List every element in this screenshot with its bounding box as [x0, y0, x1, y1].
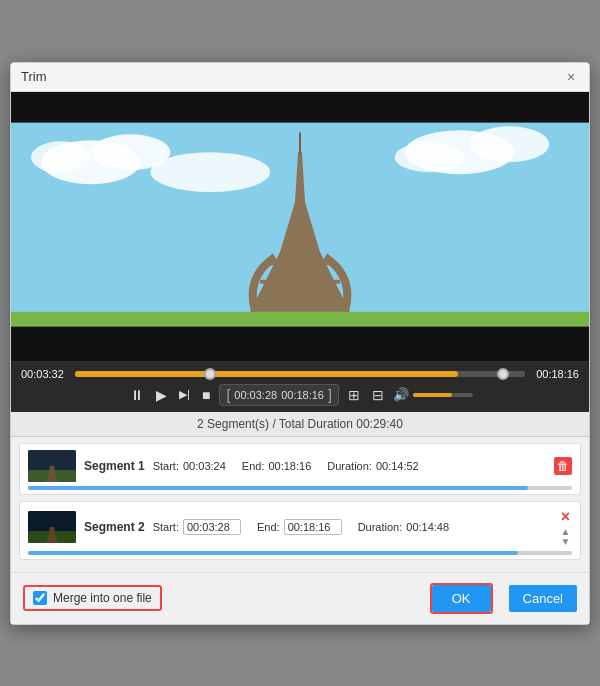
svg-point-8: [395, 142, 465, 172]
volume-control: 🔊: [393, 387, 473, 402]
segment-item-1: Segment 1 Start: 00:03:24 End: 00:18:16 …: [19, 443, 581, 495]
segment-1-duration-value: 00:14:52: [376, 460, 419, 472]
segment-1-delete-button[interactable]: 🗑: [554, 457, 572, 475]
svg-marker-21: [49, 466, 55, 472]
dialog-title: Trim: [21, 69, 47, 84]
svg-rect-17: [11, 326, 589, 361]
crop-icon-button[interactable]: ⊞: [345, 385, 363, 405]
segments-area: Segment 1 Start: 00:03:24 End: 00:18:16 …: [11, 437, 589, 572]
end-time-label: 00:18:16: [531, 368, 579, 380]
end-bracket: ]: [328, 387, 332, 403]
segment-1-duration-field: Duration: 00:14:52: [327, 460, 418, 472]
segment-2-start-field: Start:: [153, 519, 241, 535]
current-time-label: 00:03:32: [21, 368, 69, 380]
segment-2-duration-field: Duration: 00:14:48: [358, 519, 449, 535]
segment-1-progress-bar: [28, 486, 572, 490]
segment-1-start-label: Start:: [153, 460, 179, 472]
segment-summary-bar: 2 Segment(s) / Total Duration 00:29:40: [11, 412, 589, 437]
svg-point-7: [469, 126, 549, 162]
segment-1-start-value: 00:03:24: [183, 460, 226, 472]
svg-rect-13: [299, 132, 301, 154]
stop-button[interactable]: ■: [199, 385, 213, 405]
step-forward-button[interactable]: ▶|: [176, 386, 193, 403]
segment-2-top: Segment 2 Start: End: Duration: 00:14:48: [28, 508, 572, 547]
timeline-track[interactable]: [75, 371, 525, 377]
close-button[interactable]: ×: [563, 69, 579, 85]
segment-1-duration-label: Duration:: [327, 460, 372, 472]
play-button[interactable]: ▶: [153, 385, 170, 405]
segment-2-duration-value: 00:14:48: [406, 521, 449, 533]
time-range-box: [ 00:03:28 00:18:16 ]: [219, 384, 338, 406]
svg-marker-25: [49, 527, 55, 533]
segment-2-label: Segment 2: [84, 520, 145, 534]
segment-2-progress-fill: [28, 551, 518, 555]
range-start-time: 00:03:28: [234, 389, 277, 401]
segment-2-actions: × ▲ ▼: [559, 508, 572, 547]
svg-point-4: [31, 141, 91, 173]
segment-1-end-field: End: 00:18:16: [242, 460, 311, 472]
controls-bar: 00:03:32 00:18:16 ⏸ ▶ ▶| ■ [ 00:03:28 00…: [11, 362, 589, 412]
bottom-bar: Merge into one file OK Cancel: [11, 572, 589, 624]
segment-2-duration-label: Duration:: [358, 521, 403, 533]
ok-button-area: OK: [430, 583, 493, 614]
segment-1-thumbnail: [28, 450, 76, 482]
volume-track[interactable]: [413, 393, 473, 397]
svg-point-5: [151, 152, 271, 192]
segment-1-progress-fill: [28, 486, 528, 490]
segment-2-scroll-up[interactable]: ▲: [560, 527, 570, 537]
segment-1-start-field: Start: 00:03:24: [153, 460, 226, 472]
svg-rect-16: [11, 92, 589, 122]
segment-1-end-label: End:: [242, 460, 265, 472]
merge-checkbox[interactable]: [33, 591, 47, 605]
merge-label: Merge into one file: [53, 591, 152, 605]
segment-2-thumbnail: [28, 511, 76, 543]
trim-dialog: Trim ×: [10, 62, 590, 625]
segment-2-end-input[interactable]: [284, 519, 342, 535]
segment-icon-button[interactable]: ⊟: [369, 385, 387, 405]
segment-2-progress-bar: [28, 551, 572, 555]
segment-item-2: Segment 2 Start: End: Duration: 00:14:48: [19, 501, 581, 560]
timeline-row: 00:03:32 00:18:16: [21, 368, 579, 380]
segment-2-delete-button[interactable]: ×: [559, 508, 572, 526]
segment-2-times: Start: End: Duration: 00:14:48: [153, 519, 551, 535]
volume-icon: 🔊: [393, 387, 409, 402]
video-preview: [11, 92, 589, 362]
segment-1-top: Segment 1 Start: 00:03:24 End: 00:18:16 …: [28, 450, 572, 482]
segment-1-end-value: 00:18:16: [268, 460, 311, 472]
range-end-time: 00:18:16: [281, 389, 324, 401]
timeline-filled: [75, 371, 458, 377]
title-bar: Trim ×: [11, 63, 589, 92]
merge-checkbox-area: Merge into one file: [23, 585, 162, 611]
volume-filled: [413, 393, 452, 397]
segment-1-label: Segment 1: [84, 459, 145, 473]
segment-summary-text: 2 Segment(s) / Total Duration 00:29:40: [197, 417, 403, 431]
ok-button[interactable]: OK: [432, 585, 491, 612]
segment-2-start-input[interactable]: [183, 519, 241, 535]
segment-2-scroll-down[interactable]: ▼: [560, 537, 570, 547]
timeline-thumb-end[interactable]: [497, 368, 509, 380]
start-bracket: [: [226, 387, 230, 403]
cancel-button[interactable]: Cancel: [509, 585, 577, 612]
timeline-thumb[interactable]: [204, 368, 216, 380]
playback-controls: ⏸ ▶ ▶| ■ [ 00:03:28 00:18:16 ] ⊞ ⊟ 🔊: [21, 384, 579, 406]
pause-button[interactable]: ⏸: [127, 385, 147, 405]
segment-2-end-label: End:: [257, 521, 280, 533]
segment-1-times: Start: 00:03:24 End: 00:18:16 Duration: …: [153, 460, 546, 472]
segment-2-end-field: End:: [257, 519, 342, 535]
segment-2-scroll-arrows: ▲ ▼: [560, 527, 570, 547]
segment-2-start-label: Start:: [153, 521, 179, 533]
